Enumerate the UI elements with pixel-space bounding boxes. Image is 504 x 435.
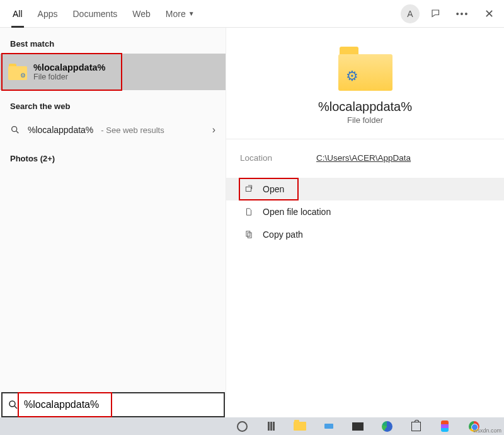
- search-input[interactable]: [24, 399, 219, 410]
- tab-documents[interactable]: Documents: [65, 0, 125, 28]
- svg-line-6: [14, 406, 17, 409]
- results-panel: Best match ⚙ %localappdata% File folder …: [0, 28, 226, 400]
- preview-panel: ⚙ %localappdata% File folder Location C:…: [226, 28, 504, 400]
- result-subtitle: File folder: [33, 72, 105, 81]
- action-open-location[interactable]: Open file location: [239, 200, 491, 223]
- watermark: wsxdn.com: [473, 427, 501, 434]
- web-suffix-text: - See web results: [101, 125, 164, 135]
- svg-rect-4: [248, 233, 251, 238]
- action-open-label: Open: [263, 184, 284, 194]
- file-location-icon: [244, 207, 254, 217]
- tab-web[interactable]: Web: [125, 0, 158, 28]
- tab-apps[interactable]: Apps: [30, 0, 66, 28]
- svg-rect-2: [246, 187, 251, 192]
- svg-rect-7: [324, 424, 333, 429]
- result-title: %localappdata%: [33, 62, 105, 72]
- svg-point-0: [12, 127, 17, 132]
- search-icon: [10, 125, 20, 135]
- web-query-text: %localappdata%: [28, 125, 93, 135]
- taskbar-app-icon[interactable]: [321, 420, 336, 432]
- preview-subtitle: File folder: [239, 115, 491, 125]
- taskbar: [0, 417, 504, 435]
- more-options-icon[interactable]: •••: [452, 4, 472, 24]
- action-open[interactable]: Open: [239, 178, 299, 200]
- search-box[interactable]: [1, 392, 225, 417]
- feedback-icon[interactable]: [426, 4, 446, 24]
- user-avatar[interactable]: A: [401, 4, 420, 23]
- svg-rect-3: [246, 231, 250, 236]
- folder-large-icon: ⚙: [337, 47, 394, 91]
- svg-line-1: [16, 131, 18, 133]
- taskbar-cortana-icon[interactable]: [234, 420, 249, 432]
- taskbar-explorer-icon[interactable]: [292, 420, 307, 432]
- open-icon: [244, 184, 254, 194]
- actions-list: Open Open file location Copy path: [239, 178, 491, 246]
- action-copy-path[interactable]: Copy path: [239, 223, 491, 246]
- taskbar-edge-icon[interactable]: [379, 420, 394, 432]
- search-web-label: Search the web: [0, 96, 226, 116]
- best-match-result[interactable]: ⚙ %localappdata% File folder: [0, 54, 226, 90]
- taskbar-mail-icon[interactable]: [350, 420, 365, 432]
- location-value[interactable]: C:\Users\ACER\AppData: [316, 153, 411, 163]
- photos-label[interactable]: Photos (2+): [0, 149, 226, 168]
- tab-all[interactable]: All: [5, 0, 30, 28]
- divider: [226, 139, 504, 139]
- search-filter-tabs: All Apps Documents Web More ▼ A ••• ✕: [0, 0, 504, 28]
- location-label: Location: [240, 153, 272, 163]
- taskbar-store-icon[interactable]: [408, 420, 423, 432]
- chevron-down-icon: ▼: [188, 10, 195, 17]
- tab-more[interactable]: More ▼: [158, 0, 202, 28]
- tab-more-label: More: [166, 9, 186, 19]
- web-result-row[interactable]: %localappdata% - See web results ›: [0, 116, 226, 144]
- preview-title: %localappdata%: [239, 100, 491, 114]
- taskbar-figma-icon[interactable]: [437, 420, 452, 432]
- best-match-label: Best match: [0, 34, 226, 54]
- folder-icon: ⚙: [8, 64, 27, 80]
- svg-point-5: [9, 401, 15, 407]
- copy-path-icon: [244, 229, 254, 240]
- chevron-right-icon: ›: [212, 124, 215, 136]
- close-icon[interactable]: ✕: [479, 4, 499, 24]
- action-copy-path-label: Copy path: [263, 229, 303, 240]
- action-open-location-label: Open file location: [263, 207, 331, 217]
- taskbar-taskview-icon[interactable]: [263, 420, 278, 432]
- search-icon: [8, 399, 19, 410]
